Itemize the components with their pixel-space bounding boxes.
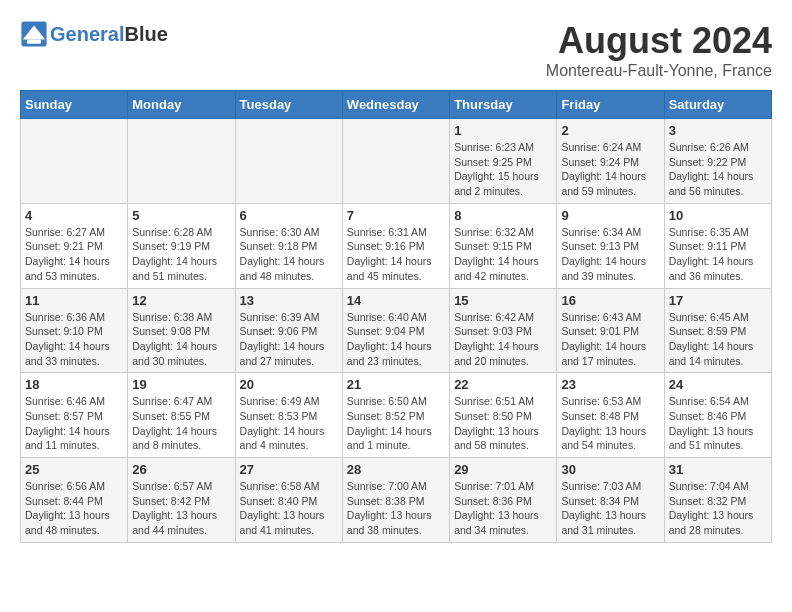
weekday-header-tuesday: Tuesday (235, 91, 342, 119)
day-info: Sunrise: 6:47 AM Sunset: 8:55 PM Dayligh… (132, 394, 230, 453)
day-info: Sunrise: 6:50 AM Sunset: 8:52 PM Dayligh… (347, 394, 445, 453)
day-number: 21 (347, 377, 445, 392)
day-number: 4 (25, 208, 123, 223)
day-info: Sunrise: 6:28 AM Sunset: 9:19 PM Dayligh… (132, 225, 230, 284)
day-number: 30 (561, 462, 659, 477)
calendar-cell: 12Sunrise: 6:38 AM Sunset: 9:08 PM Dayli… (128, 288, 235, 373)
title-section: August 2024 Montereau-Fault-Yonne, Franc… (546, 20, 772, 80)
day-number: 29 (454, 462, 552, 477)
day-info: Sunrise: 7:04 AM Sunset: 8:32 PM Dayligh… (669, 479, 767, 538)
day-number: 9 (561, 208, 659, 223)
day-number: 1 (454, 123, 552, 138)
month-year-title: August 2024 (546, 20, 772, 62)
day-info: Sunrise: 6:23 AM Sunset: 9:25 PM Dayligh… (454, 140, 552, 199)
day-number: 5 (132, 208, 230, 223)
calendar-cell: 27Sunrise: 6:58 AM Sunset: 8:40 PM Dayli… (235, 458, 342, 543)
day-number: 23 (561, 377, 659, 392)
calendar-cell (21, 119, 128, 204)
weekday-header-wednesday: Wednesday (342, 91, 449, 119)
logo-general: General (50, 23, 124, 45)
calendar-cell: 2Sunrise: 6:24 AM Sunset: 9:24 PM Daylig… (557, 119, 664, 204)
day-number: 31 (669, 462, 767, 477)
calendar-cell: 30Sunrise: 7:03 AM Sunset: 8:34 PM Dayli… (557, 458, 664, 543)
day-number: 13 (240, 293, 338, 308)
day-number: 22 (454, 377, 552, 392)
calendar-cell: 15Sunrise: 6:42 AM Sunset: 9:03 PM Dayli… (450, 288, 557, 373)
day-number: 14 (347, 293, 445, 308)
day-info: Sunrise: 6:46 AM Sunset: 8:57 PM Dayligh… (25, 394, 123, 453)
day-info: Sunrise: 6:51 AM Sunset: 8:50 PM Dayligh… (454, 394, 552, 453)
day-number: 16 (561, 293, 659, 308)
calendar-cell: 19Sunrise: 6:47 AM Sunset: 8:55 PM Dayli… (128, 373, 235, 458)
weekday-header-friday: Friday (557, 91, 664, 119)
day-number: 27 (240, 462, 338, 477)
page-header: GeneralBlue August 2024 Montereau-Fault-… (20, 20, 772, 80)
day-info: Sunrise: 6:36 AM Sunset: 9:10 PM Dayligh… (25, 310, 123, 369)
calendar-row-3: 18Sunrise: 6:46 AM Sunset: 8:57 PM Dayli… (21, 373, 772, 458)
day-number: 12 (132, 293, 230, 308)
day-info: Sunrise: 6:53 AM Sunset: 8:48 PM Dayligh… (561, 394, 659, 453)
location-subtitle: Montereau-Fault-Yonne, France (546, 62, 772, 80)
day-info: Sunrise: 6:27 AM Sunset: 9:21 PM Dayligh… (25, 225, 123, 284)
day-number: 8 (454, 208, 552, 223)
calendar-body: 1Sunrise: 6:23 AM Sunset: 9:25 PM Daylig… (21, 119, 772, 543)
calendar-cell: 24Sunrise: 6:54 AM Sunset: 8:46 PM Dayli… (664, 373, 771, 458)
day-number: 18 (25, 377, 123, 392)
day-number: 17 (669, 293, 767, 308)
logo-icon (20, 20, 48, 48)
day-info: Sunrise: 6:42 AM Sunset: 9:03 PM Dayligh… (454, 310, 552, 369)
day-info: Sunrise: 6:56 AM Sunset: 8:44 PM Dayligh… (25, 479, 123, 538)
calendar-cell: 26Sunrise: 6:57 AM Sunset: 8:42 PM Dayli… (128, 458, 235, 543)
day-info: Sunrise: 6:39 AM Sunset: 9:06 PM Dayligh… (240, 310, 338, 369)
calendar-cell: 21Sunrise: 6:50 AM Sunset: 8:52 PM Dayli… (342, 373, 449, 458)
day-number: 10 (669, 208, 767, 223)
day-number: 24 (669, 377, 767, 392)
weekday-header-saturday: Saturday (664, 91, 771, 119)
day-info: Sunrise: 6:57 AM Sunset: 8:42 PM Dayligh… (132, 479, 230, 538)
calendar-cell: 31Sunrise: 7:04 AM Sunset: 8:32 PM Dayli… (664, 458, 771, 543)
calendar-row-2: 11Sunrise: 6:36 AM Sunset: 9:10 PM Dayli… (21, 288, 772, 373)
calendar-cell: 16Sunrise: 6:43 AM Sunset: 9:01 PM Dayli… (557, 288, 664, 373)
day-info: Sunrise: 6:32 AM Sunset: 9:15 PM Dayligh… (454, 225, 552, 284)
day-info: Sunrise: 7:00 AM Sunset: 8:38 PM Dayligh… (347, 479, 445, 538)
calendar-cell: 8Sunrise: 6:32 AM Sunset: 9:15 PM Daylig… (450, 203, 557, 288)
calendar-header: SundayMondayTuesdayWednesdayThursdayFrid… (21, 91, 772, 119)
calendar-cell: 1Sunrise: 6:23 AM Sunset: 9:25 PM Daylig… (450, 119, 557, 204)
calendar-cell: 7Sunrise: 6:31 AM Sunset: 9:16 PM Daylig… (342, 203, 449, 288)
calendar-cell: 5Sunrise: 6:28 AM Sunset: 9:19 PM Daylig… (128, 203, 235, 288)
weekday-header-monday: Monday (128, 91, 235, 119)
calendar-cell: 10Sunrise: 6:35 AM Sunset: 9:11 PM Dayli… (664, 203, 771, 288)
calendar-row-1: 4Sunrise: 6:27 AM Sunset: 9:21 PM Daylig… (21, 203, 772, 288)
weekday-header-row: SundayMondayTuesdayWednesdayThursdayFrid… (21, 91, 772, 119)
calendar-row-0: 1Sunrise: 6:23 AM Sunset: 9:25 PM Daylig… (21, 119, 772, 204)
day-number: 6 (240, 208, 338, 223)
calendar-row-4: 25Sunrise: 6:56 AM Sunset: 8:44 PM Dayli… (21, 458, 772, 543)
day-number: 2 (561, 123, 659, 138)
calendar-cell: 4Sunrise: 6:27 AM Sunset: 9:21 PM Daylig… (21, 203, 128, 288)
day-info: Sunrise: 6:38 AM Sunset: 9:08 PM Dayligh… (132, 310, 230, 369)
day-info: Sunrise: 7:03 AM Sunset: 8:34 PM Dayligh… (561, 479, 659, 538)
calendar-cell: 28Sunrise: 7:00 AM Sunset: 8:38 PM Dayli… (342, 458, 449, 543)
calendar-cell: 6Sunrise: 6:30 AM Sunset: 9:18 PM Daylig… (235, 203, 342, 288)
weekday-header-thursday: Thursday (450, 91, 557, 119)
day-info: Sunrise: 6:30 AM Sunset: 9:18 PM Dayligh… (240, 225, 338, 284)
day-info: Sunrise: 6:24 AM Sunset: 9:24 PM Dayligh… (561, 140, 659, 199)
day-info: Sunrise: 6:26 AM Sunset: 9:22 PM Dayligh… (669, 140, 767, 199)
day-info: Sunrise: 7:01 AM Sunset: 8:36 PM Dayligh… (454, 479, 552, 538)
day-info: Sunrise: 6:49 AM Sunset: 8:53 PM Dayligh… (240, 394, 338, 453)
day-number: 20 (240, 377, 338, 392)
logo: GeneralBlue (20, 20, 168, 48)
day-info: Sunrise: 6:35 AM Sunset: 9:11 PM Dayligh… (669, 225, 767, 284)
day-info: Sunrise: 6:43 AM Sunset: 9:01 PM Dayligh… (561, 310, 659, 369)
calendar-cell (342, 119, 449, 204)
calendar-table: SundayMondayTuesdayWednesdayThursdayFrid… (20, 90, 772, 543)
day-info: Sunrise: 6:34 AM Sunset: 9:13 PM Dayligh… (561, 225, 659, 284)
day-info: Sunrise: 6:31 AM Sunset: 9:16 PM Dayligh… (347, 225, 445, 284)
calendar-cell: 11Sunrise: 6:36 AM Sunset: 9:10 PM Dayli… (21, 288, 128, 373)
calendar-cell: 22Sunrise: 6:51 AM Sunset: 8:50 PM Dayli… (450, 373, 557, 458)
day-number: 25 (25, 462, 123, 477)
day-number: 28 (347, 462, 445, 477)
day-info: Sunrise: 6:54 AM Sunset: 8:46 PM Dayligh… (669, 394, 767, 453)
weekday-header-sunday: Sunday (21, 91, 128, 119)
calendar-cell: 13Sunrise: 6:39 AM Sunset: 9:06 PM Dayli… (235, 288, 342, 373)
